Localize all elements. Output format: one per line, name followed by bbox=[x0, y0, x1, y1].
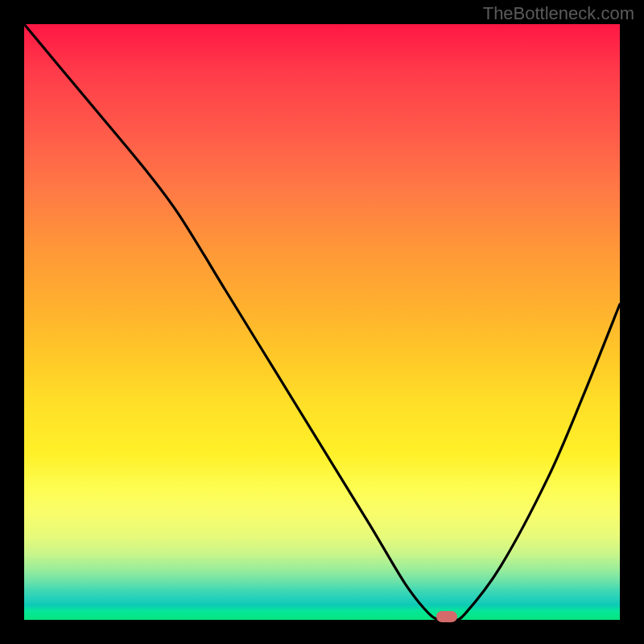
chart-plot-area bbox=[24, 24, 620, 620]
watermark-text: TheBottleneck.com bbox=[483, 3, 634, 24]
chart-curve bbox=[24, 24, 620, 620]
chart-marker bbox=[436, 611, 457, 622]
